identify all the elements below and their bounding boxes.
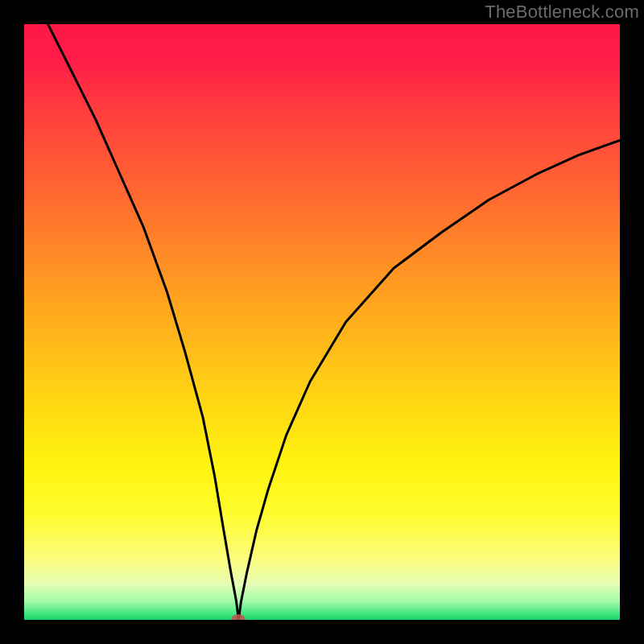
watermark-text: TheBottleneck.com <box>485 2 639 23</box>
curve-svg <box>24 24 620 620</box>
minimum-marker <box>231 614 246 620</box>
chart-frame: TheBottleneck.com <box>0 0 644 644</box>
bottleneck-curve <box>24 24 620 620</box>
plot-area <box>24 24 620 620</box>
